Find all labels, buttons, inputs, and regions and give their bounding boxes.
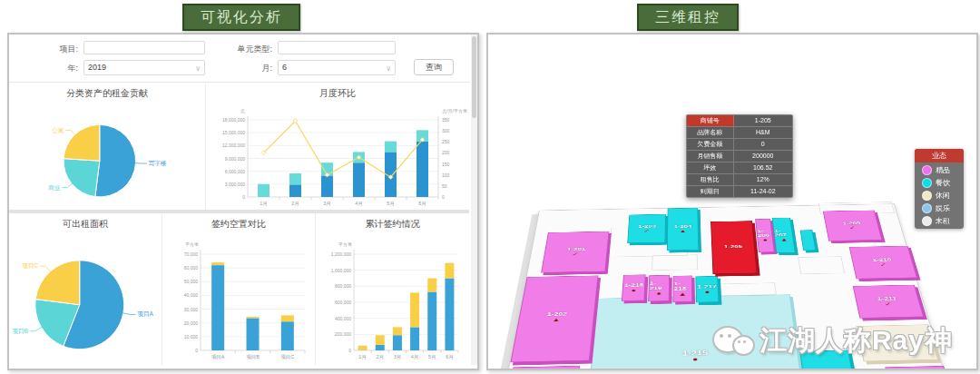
nike-logo-icon: ✓ xyxy=(848,225,856,230)
tooltip-value: 106.52 xyxy=(734,162,792,173)
legend-label: 餐饮 xyxy=(936,179,950,187)
year-label: 年: xyxy=(36,63,78,74)
corridor-outline xyxy=(798,256,845,274)
nike-logo-icon: ✓ xyxy=(884,300,893,306)
project-input[interactable] xyxy=(83,41,205,54)
map-unit[interactable] xyxy=(501,366,580,369)
svg-text:平方米: 平方米 xyxy=(338,241,352,248)
svg-text:30,000: 30,000 xyxy=(184,307,199,312)
rentable-area-pie-chart[interactable]: 项目A项目B项目C xyxy=(9,234,162,365)
legend-item-休闲[interactable]: 休闲 xyxy=(915,188,964,201)
legend-item-娱乐[interactable]: 娱乐 xyxy=(915,201,964,213)
tooltip-label: 坪效 xyxy=(687,162,734,173)
map-unit[interactable] xyxy=(800,230,817,251)
svg-text:项目A: 项目A xyxy=(138,310,154,317)
legend-color-dot xyxy=(922,178,932,188)
rent-contribution-pie-chart[interactable]: 写字楼商业公寓 xyxy=(9,103,206,210)
wechat-icon xyxy=(712,324,754,359)
floorplan-3d-view[interactable]: 1-201✓1-202▲1-203✓1-204▲1-2051-206●1-207… xyxy=(488,34,976,369)
nike-logo-icon: ✓ xyxy=(643,228,650,232)
year-select[interactable]: 2019 ∨ xyxy=(83,60,205,75)
rent-contribution-card: 分类资产的租金贡献 写字楼商业公寓 xyxy=(9,83,206,210)
map-unit-1-218[interactable]: 1-218▲ xyxy=(672,276,692,302)
tooltip-row: 到期日11-24-02 xyxy=(687,186,792,197)
svg-text:项目C: 项目C xyxy=(280,354,294,360)
svg-text:6,000,000: 6,000,000 xyxy=(225,169,245,174)
tooltip-row: 租售比12% xyxy=(687,174,792,186)
svg-text:100: 100 xyxy=(442,172,450,178)
map-unit-1-207[interactable]: 1-207▲ xyxy=(772,218,796,253)
tooltip-value: 1-205 xyxy=(734,115,792,126)
unit-type-input[interactable] xyxy=(278,41,396,54)
svg-text:50: 50 xyxy=(442,183,447,189)
svg-text:4月: 4月 xyxy=(355,201,363,207)
unit-number-label: 1-218 xyxy=(673,280,691,290)
map-unit-1-217[interactable]: 1-217● xyxy=(695,276,719,302)
map-unit-1-203[interactable]: 1-203✓ xyxy=(627,214,666,243)
map-unit-1-204[interactable]: 1-204▲ xyxy=(667,208,699,251)
legend-item-精品[interactable]: 精品 xyxy=(915,162,964,175)
rentable-area-card: 可出租面积 项目A项目B项目C xyxy=(9,213,162,365)
adidas-logo-icon: ▲ xyxy=(779,237,788,242)
map-unit-1-211[interactable]: 1-211✓ xyxy=(853,285,924,319)
cumulative-signing-card: 累计签约情况 0200,000400,000600,000800,0001,00… xyxy=(316,213,469,365)
tooltip-label: 租售比 xyxy=(687,174,734,185)
adidas-logo-icon: ▲ xyxy=(679,290,687,296)
map-unit-1-201[interactable]: 1-201✓ xyxy=(541,231,609,273)
signed-vacancy-card: 签约空置对比 010,00020,00030,00040,00050,00060… xyxy=(162,213,316,365)
nike-logo-icon: ✓ xyxy=(879,261,887,267)
svg-text:200: 200 xyxy=(442,150,450,155)
svg-text:70,000: 70,000 xyxy=(184,251,199,257)
search-button[interactable]: 查询 xyxy=(414,59,454,75)
map-unit-1-216[interactable]: 1-216● xyxy=(622,274,646,300)
puma-logo-icon: ● xyxy=(656,290,662,296)
legend-color-dot xyxy=(922,203,932,213)
nike-logo-icon: ✓ xyxy=(572,251,579,257)
svg-text:4月: 4月 xyxy=(411,354,419,360)
svg-text:18,000,000: 18,000,000 xyxy=(222,117,245,123)
tooltip-value: 0 xyxy=(734,139,792,150)
svg-text:项目B: 项目B xyxy=(246,354,260,360)
filter-bar: 项目: 单元类型: 年: 2019 ∨ 月: 6 ∨ 查询 xyxy=(9,34,469,83)
map-unit-1-213[interactable]: 1-213✓ xyxy=(885,366,962,369)
map-unit-1-202[interactable]: 1-202▲ xyxy=(510,275,598,362)
map-unit-1-210[interactable]: 1-210✓ xyxy=(849,246,917,280)
tooltip-value: H&M xyxy=(734,127,792,138)
corridor-outline xyxy=(652,254,698,271)
legend-item-未租[interactable]: 未租 xyxy=(915,213,964,226)
unit-type-label: 单元类型: xyxy=(216,44,272,55)
svg-text:12,000,000: 12,000,000 xyxy=(222,143,245,148)
map-unit-1-209[interactable]: 1-209✓ xyxy=(823,211,883,241)
svg-text:250: 250 xyxy=(442,139,450,144)
svg-text:1月: 1月 xyxy=(260,201,268,207)
legend-item-餐饮[interactable]: 餐饮 xyxy=(915,175,964,188)
svg-text:300: 300 xyxy=(442,128,450,133)
svg-text:200,000: 200,000 xyxy=(335,331,351,337)
tooltip-label: 品牌名称 xyxy=(687,127,734,138)
cumulative-signing-bar-chart[interactable]: 0200,000400,000600,000800,0001,000,0001,… xyxy=(316,234,469,365)
svg-text:0: 0 xyxy=(348,348,351,353)
monthly-comparison-combo-chart[interactable]: 03,000,0006,000,0009,000,00012,000,00015… xyxy=(206,103,469,210)
scrollbar[interactable] xyxy=(471,34,477,365)
tooltip-row: 欠费金额0 xyxy=(687,139,792,151)
map-unit-1-219[interactable]: 1-219● xyxy=(648,275,670,301)
signed-vacancy-bar-chart[interactable]: 010,00020,00030,00040,00050,00060,00070,… xyxy=(162,234,316,365)
tooltip-value: 200000 xyxy=(734,151,792,162)
unit-number-label: 1-206 xyxy=(757,229,772,238)
map-unit-1-205[interactable]: 1-205 xyxy=(710,221,758,274)
puma-logo-icon: ● xyxy=(692,356,698,362)
scrollbar-thumb[interactable] xyxy=(472,36,476,118)
tooltip-value: 12% xyxy=(734,174,792,185)
svg-text:1,200,000: 1,200,000 xyxy=(331,251,351,257)
chart-title: 累计签约情况 xyxy=(316,213,469,234)
tooltip-label: 商铺号 xyxy=(687,115,734,126)
map-unit-1-206[interactable]: 1-206● xyxy=(755,219,774,252)
svg-text:0: 0 xyxy=(442,194,445,200)
svg-text:公寓: 公寓 xyxy=(52,127,64,133)
watermark: 江湖人称Ray神 xyxy=(712,322,953,359)
month-select[interactable]: 6 ∨ xyxy=(278,60,396,75)
svg-text:元/月/平方米: 元/月/平方米 xyxy=(442,108,467,114)
chart-title: 可出租面积 xyxy=(9,213,162,234)
tooltip-row: 坪效106.52 xyxy=(687,162,792,174)
tooltip-label: 到期日 xyxy=(687,186,734,197)
